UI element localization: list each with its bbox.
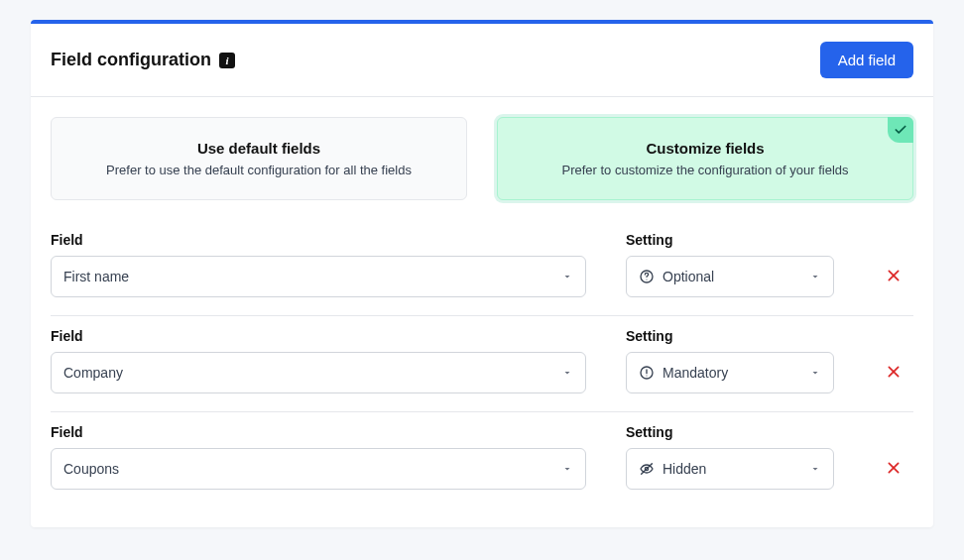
chevron-down-icon	[809, 271, 821, 282]
mode-customize-card[interactable]: Customize fields Prefer to customize the…	[497, 117, 913, 200]
action-column	[874, 456, 913, 490]
close-icon	[886, 268, 902, 283]
delete-row-button[interactable]	[882, 360, 905, 384]
field-label: Field	[51, 424, 586, 440]
chevron-down-icon	[561, 367, 573, 379]
field-label: Field	[51, 328, 586, 344]
question-circle-icon	[639, 269, 655, 284]
field-row: Field First name Setting Optional	[51, 220, 913, 316]
mode-default-title: Use default fields	[67, 140, 450, 157]
setting-select[interactable]: Mandatory	[626, 352, 834, 393]
eye-off-icon	[639, 461, 655, 477]
field-rows: Field First name Setting Optional	[51, 220, 913, 507]
check-icon	[888, 117, 913, 143]
delete-row-button[interactable]	[882, 264, 905, 287]
chevron-down-icon	[561, 271, 573, 282]
field-select[interactable]: Coupons	[51, 448, 586, 490]
field-column: Field Coupons	[51, 424, 586, 490]
field-value: Company	[63, 365, 123, 381]
close-icon	[886, 364, 902, 380]
field-label: Field	[51, 232, 586, 248]
panel-content: Use default fields Prefer to use the def…	[31, 97, 933, 527]
svg-point-1	[646, 279, 647, 280]
mode-default-card[interactable]: Use default fields Prefer to use the def…	[51, 117, 467, 200]
field-value: Coupons	[63, 461, 119, 477]
setting-value: Mandatory	[663, 365, 728, 381]
action-column	[874, 360, 913, 393]
action-column	[874, 264, 913, 297]
setting-value: Hidden	[663, 461, 706, 477]
mode-default-desc: Prefer to use the default configuration …	[67, 163, 450, 177]
field-select[interactable]: Company	[51, 352, 586, 393]
info-icon[interactable]: i	[219, 53, 235, 68]
setting-column: Setting Hidden	[626, 424, 834, 490]
chevron-down-icon	[809, 367, 821, 379]
svg-point-6	[646, 375, 647, 376]
field-column: Field First name	[51, 232, 586, 297]
chevron-down-icon	[809, 463, 821, 475]
field-column: Field Company	[51, 328, 586, 393]
mode-customize-title: Customize fields	[514, 140, 897, 157]
field-row: Field Coupons Setting Hidden	[51, 412, 913, 507]
setting-column: Setting Mandatory	[626, 328, 834, 393]
header-title-group: Field configuration i	[51, 50, 235, 70]
setting-column: Setting Optional	[626, 232, 834, 297]
close-icon	[886, 460, 902, 476]
setting-select[interactable]: Hidden	[626, 448, 834, 490]
delete-row-button[interactable]	[882, 456, 905, 480]
field-select[interactable]: First name	[51, 256, 586, 297]
field-value: First name	[63, 269, 129, 284]
setting-label: Setting	[626, 328, 834, 344]
setting-label: Setting	[626, 232, 834, 248]
panel-header: Field configuration i Add field	[31, 24, 933, 97]
mode-cards: Use default fields Prefer to use the def…	[51, 117, 913, 200]
alert-circle-icon	[639, 365, 655, 381]
setting-label: Setting	[626, 424, 834, 440]
mode-customize-desc: Prefer to customize the configuration of…	[514, 163, 897, 177]
add-field-button[interactable]: Add field	[820, 42, 913, 78]
chevron-down-icon	[561, 463, 573, 475]
setting-select[interactable]: Optional	[626, 256, 834, 297]
field-row: Field Company Setting Mandatory	[51, 316, 913, 412]
page-title: Field configuration	[51, 50, 211, 70]
field-configuration-panel: Field configuration i Add field Use defa…	[31, 20, 933, 527]
setting-value: Optional	[663, 269, 714, 284]
